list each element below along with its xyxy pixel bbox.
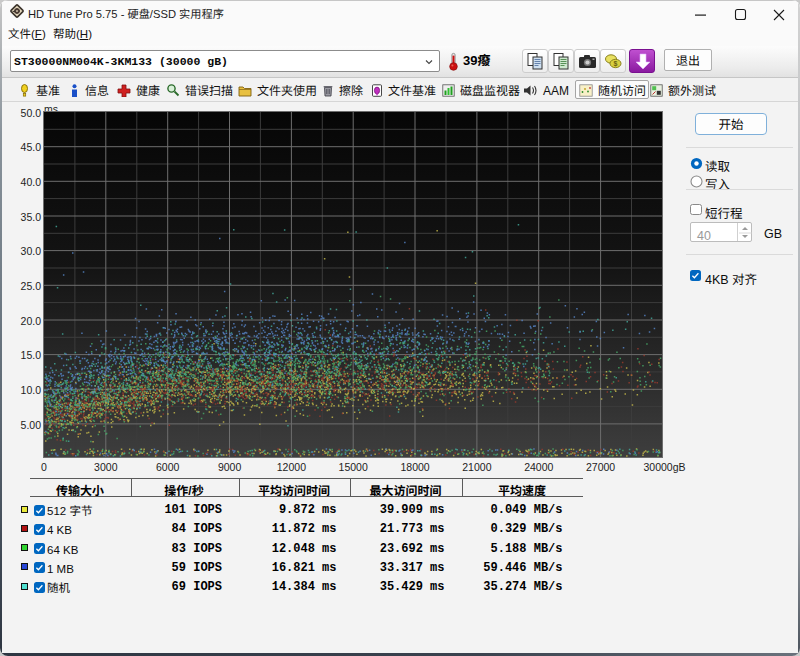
- svg-text:$: $: [614, 60, 618, 68]
